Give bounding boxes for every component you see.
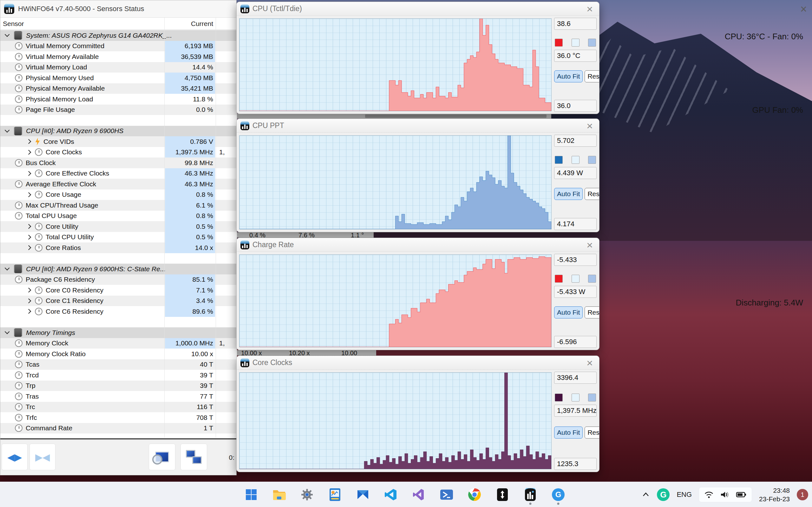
sensor-row[interactable]: Tcas40 T [0,359,237,370]
chevron-right-icon[interactable] [26,224,32,229]
chevron-right-icon[interactable] [26,192,32,197]
sensor-row[interactable]: Average Effective Clock46.3 MHz [0,179,237,189]
graph-titlebar[interactable]: Core Clocks× [237,356,599,370]
g-helper-taskbar-icon[interactable]: G [551,488,565,502]
grid-color-swatch[interactable] [588,275,596,283]
start-taskbar-icon[interactable] [244,488,258,502]
settings-taskbar-icon[interactable] [300,488,314,502]
sensor-row[interactable]: Physical Memory Load11.8 % [0,94,237,105]
auto-fit-button[interactable]: Auto Fit [554,427,583,439]
remote-monitoring-button[interactable] [181,444,207,470]
sensor-row[interactable]: Virtual Memory Committed6,193 MB [0,41,237,52]
sensor-row[interactable]: Core Clocks1,397.5 MHz1, [0,147,237,158]
grid-color-swatch[interactable] [588,156,596,164]
graph-titlebar[interactable]: Charge Rate× [237,238,599,252]
reset-button[interactable]: Reset [585,70,600,82]
graph-titlebar[interactable]: CPU (Tctl/Tdie)× [237,2,599,16]
sensor-row[interactable]: Core Effective Clocks46.3 MHz [0,168,237,179]
file-explorer-taskbar-icon[interactable] [272,488,286,502]
sensor-row[interactable]: Page File Usage0.0 % [0,105,237,115]
chevron-right-icon[interactable] [26,298,32,303]
sensor-row[interactable]: Core C0 Residency7.1 % [0,285,237,296]
sensor-row[interactable]: Virtual Memory Load14.4 % [0,62,237,73]
screen-magnifier-button[interactable] [149,444,175,470]
sensor-row[interactable]: Core VIDs0.786 V [0,136,237,147]
sensor-row[interactable]: Total CPU Utility0.5 % [0,232,237,243]
graph-titlebar[interactable]: CPU PPT× [237,119,599,133]
background-color-swatch[interactable] [571,394,579,401]
sensor-row[interactable]: Trfc708 T [0,412,237,423]
vscode-taskbar-icon[interactable] [384,488,398,502]
sensor-row[interactable]: Core Ratios14.0 x [0,242,237,253]
sensor-section-row[interactable]: System: ASUS ROG Zephyrus G14 GA402RK_..… [0,30,237,41]
sensor-row[interactable]: Memory Clock1,000.0 MHz1, [0,338,237,349]
sensor-row[interactable]: Trcd39 T [0,370,237,381]
expand-columns-button[interactable]: ◀▶ [2,444,28,470]
sensor-row[interactable]: Virtual Memory Available36,539 MB [0,51,237,62]
chevron-down-icon[interactable] [5,128,10,133]
sensor-section-row[interactable]: CPU [#0]: AMD Ryzen 9 6900HS: C-State Re… [0,264,237,274]
close-icon[interactable]: × [584,120,595,131]
sensor-section-row[interactable]: Memory Timings [0,327,237,338]
sensor-row[interactable]: Total CPU Usage0.8 % [0,211,237,222]
notification-badge[interactable]: 1 [797,489,808,500]
grammarly-tray-icon[interactable]: G [657,488,670,501]
sensor-row[interactable]: Physical Memory Used4,750 MB [0,72,237,83]
collapse-columns-button[interactable]: ▶◀ [30,444,55,470]
quick-settings[interactable] [699,487,752,502]
reset-button[interactable]: Reset [585,188,600,200]
sensor-row[interactable]: Core Usage0.8 % [0,189,237,200]
grid-color-swatch[interactable] [588,394,596,401]
sensor-section-row[interactable]: CPU [#0]: AMD Ryzen 9 6900HS [0,126,237,136]
sensor-row[interactable]: Tras77 T [0,391,237,402]
sensor-row[interactable]: Trp39 T [0,381,237,391]
chevron-right-icon[interactable] [26,234,32,239]
chevron-right-icon[interactable] [26,245,32,250]
chevron-right-icon[interactable] [26,309,32,314]
auto-fit-button[interactable]: Auto Fit [554,306,583,319]
hwinfo-titlebar[interactable]: HWiNFO64 v7.40-5000 - Sensors Status [0,0,236,18]
sensor-row[interactable]: Core C1 Residency3.4 % [0,296,237,306]
chevron-right-icon[interactable] [26,288,32,293]
reset-button[interactable]: Reset [585,427,600,439]
sensor-row[interactable]: Core C6 Residency89.6 % [0,306,237,317]
sensor-row[interactable]: Max CPU/Thread Usage6.1 % [0,200,237,211]
background-color-swatch[interactable] [571,39,579,47]
auto-fit-button[interactable]: Auto Fit [554,188,583,200]
close-icon[interactable]: × [584,357,595,368]
close-icon[interactable]: × [584,239,595,250]
dark-utility-app-taskbar-icon[interactable] [496,488,509,502]
grid-color-swatch[interactable] [588,39,596,47]
chevron-down-icon[interactable] [5,329,10,334]
chrome-taskbar-icon[interactable] [467,488,481,502]
column-header-sensor[interactable]: Sensor [3,20,24,27]
sensor-row[interactable]: Core Utility0.5 % [0,221,237,232]
series-color-swatch[interactable] [555,275,563,283]
mail-taskbar-icon[interactable] [356,488,370,502]
reset-button[interactable]: Reset [585,306,600,319]
sensor-row[interactable]: Trc116 T [0,402,237,412]
close-icon[interactable]: × [584,3,595,14]
chevron-right-icon[interactable] [26,171,32,176]
close-icon[interactable]: × [800,3,807,16]
powershell-taskbar-icon[interactable] [440,488,454,502]
series-color-swatch[interactable] [555,156,563,164]
monitoring-app-taskbar-icon[interactable] [328,488,342,502]
chevron-right-icon[interactable] [26,139,32,144]
clock[interactable]: 23:48 23-Feb-23 [759,486,790,503]
background-horizontal-scrollbar[interactable] [237,114,551,118]
chevron-down-icon[interactable] [5,266,10,271]
chevron-right-icon[interactable] [26,150,32,155]
hwinfo-taskbar-icon[interactable] [523,488,537,502]
sensor-row[interactable]: Command Rate1 T [0,423,237,434]
visual-studio-taskbar-icon[interactable] [412,488,426,502]
background-color-swatch[interactable] [571,275,579,283]
series-color-swatch[interactable] [555,39,563,47]
series-color-swatch[interactable] [555,394,563,401]
sensor-row[interactable]: Memory Clock Ratio10.00 x [0,349,237,359]
chevron-down-icon[interactable] [5,32,10,37]
auto-fit-button[interactable]: Auto Fit [554,70,583,82]
language-indicator[interactable]: ENG [676,491,692,499]
sensor-row[interactable]: Physical Memory Available35,421 MB [0,83,237,94]
background-color-swatch[interactable] [571,156,579,164]
